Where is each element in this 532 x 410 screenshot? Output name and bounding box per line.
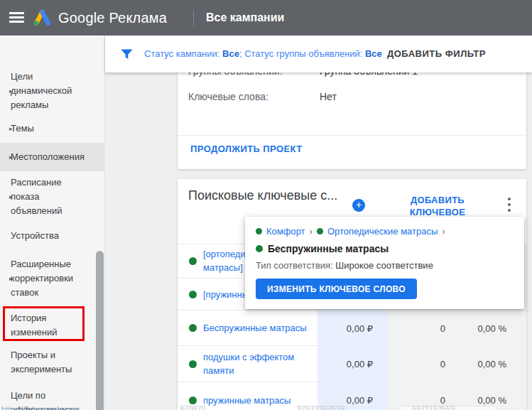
- sidebar-item-label: Устройства: [11, 229, 87, 243]
- cost-cell: 0,00 ₽: [317, 311, 388, 346]
- table-row: подушки с эффектом памяти 0,00 ₽ 0 0,00 …: [178, 346, 526, 382]
- status-enabled-dot-icon: [189, 291, 197, 298]
- google-ads-window: ▸ Цели динамической рекламы ▸ Темы ▸ Мес…: [0, 0, 532, 410]
- sidebar-item-dynamic-ad-targets[interactable]: ▸ Цели динамической рекламы: [0, 70, 105, 112]
- browser-status-url-fragment: https://ads.google.com: [1, 405, 80, 410]
- sidebar-item-topics[interactable]: ▸ Темы: [0, 122, 105, 136]
- keyword-link[interactable]: Беспружинные матрасы: [203, 321, 311, 335]
- status-enabled-dot-icon: [317, 228, 323, 234]
- sidebar-item-label: История изменений: [11, 311, 87, 340]
- left-navigation-sidebar: ▸ Цели динамической рекламы ▸ Темы ▸ Мес…: [0, 36, 105, 410]
- card-divider: [178, 135, 526, 136]
- match-type-value: Широкое соответствие: [335, 260, 433, 271]
- match-type-label: Тип соответствия:: [256, 260, 333, 271]
- sidebar-item-advanced-bid-adjustments[interactable]: ▸ Расширенные корректировки ставок: [0, 257, 105, 300]
- status-enabled-dot-icon: [189, 360, 197, 368]
- menu-hamburger-icon[interactable]: [9, 12, 24, 23]
- breadcrumb-separator: ›: [310, 226, 313, 237]
- keyword-link[interactable]: пружинные матрасы: [203, 394, 311, 407]
- sidebar-item-locations[interactable]: ▸ Местоположения: [0, 143, 105, 171]
- continue-draft-button[interactable]: ПРОДОЛЖИТЬ ПРОЕКТ: [190, 144, 303, 154]
- page-title: Все кампании: [206, 0, 284, 36]
- sidebar-item-label: Расширенные корректировки ставок: [11, 257, 87, 300]
- sidebar-scrollbar-thumb[interactable]: [96, 251, 104, 410]
- filter-part2: ; Статус группы объявлений:: [239, 48, 365, 59]
- ctr-cell: 0,00 %: [445, 311, 506, 346]
- status-enabled-dot-icon: [256, 228, 262, 234]
- sidebar-item-ad-schedule[interactable]: ▸ Расписание показа объявлений: [0, 176, 105, 218]
- sidebar-item-label: Местоположения: [11, 150, 87, 164]
- keywords-label: Ключевые слова:: [188, 91, 268, 102]
- sidebar-item-drafts-and-experiments[interactable]: ▸ Проекты и эксперименты: [0, 348, 105, 377]
- filter-part1: Статус кампании:: [144, 48, 222, 59]
- sidebar-item-label: Темы: [11, 122, 87, 136]
- campaign-link[interactable]: Комфорт: [266, 226, 305, 237]
- card-title: Поисковые ключевые с...: [188, 188, 337, 203]
- sidebar-item-label: Проекты и эксперименты: [11, 348, 87, 377]
- chevron-right-icon: ▸: [0, 87, 10, 95]
- keyword-cell: Беспружинные матрасы: [178, 311, 317, 346]
- status-enabled-dot-icon: [256, 245, 263, 252]
- clipped-id-fragment: 870870: [180, 404, 206, 410]
- top-app-bar: Google Реклама Все кампании: [0, 0, 532, 36]
- app-name: Google Реклама: [58, 0, 167, 36]
- match-type-line: Тип соответствия: Широкое соответствие: [256, 260, 433, 271]
- sidebar-item-label: Цели динамической рекламы: [11, 70, 87, 112]
- more-options-icon[interactable]: [503, 198, 516, 212]
- clipped-id-fragment: 97632363539: [297, 404, 344, 410]
- status-enabled-dot-icon: [189, 324, 197, 332]
- keyword-name-line: Беспружинные матрасы: [256, 243, 389, 254]
- filter-value2: Все: [365, 48, 382, 59]
- sidebar-item-change-history[interactable]: ▸ История изменений: [0, 311, 105, 340]
- filter-funnel-icon: [121, 49, 133, 60]
- filter-bar: Статус кампании: Все; Статус группы объя…: [105, 36, 532, 72]
- breadcrumb-separator: ›: [442, 226, 445, 237]
- chevron-right-icon: ▸: [0, 275, 10, 282]
- header-divider: [193, 10, 194, 26]
- keyword-cell: подушки с эффектом памяти: [178, 346, 317, 382]
- sidebar-item-label: Расписание показа объявлений: [11, 176, 87, 218]
- chevron-right-icon: ▸: [0, 193, 10, 200]
- keyword-name: Беспружинные матрасы: [268, 243, 389, 254]
- breadcrumb: Комфорт › Ортопедические матрасы ›: [256, 226, 450, 237]
- ctr-cell: 0,00 %: [445, 346, 506, 382]
- cost-cell: 0,00 ₽: [317, 346, 388, 382]
- chevron-right-icon: ▸: [0, 125, 10, 132]
- draft-summary-card: Группы объявлений: Группа объявлений 1 К…: [178, 61, 526, 169]
- clipped-id-fragment: 6971163559: [412, 404, 455, 410]
- clicks-cell: 0: [388, 346, 445, 382]
- table-row: Беспружинные матрасы 0,00 ₽ 0 0,00 %: [178, 311, 526, 346]
- active-filters-chip[interactable]: Статус кампании: Все; Статус группы объя…: [144, 36, 382, 72]
- sidebar-item-devices[interactable]: ▸ Устройства: [0, 229, 105, 243]
- add-keyword-plus-button[interactable]: +: [352, 199, 365, 212]
- add-filter-button[interactable]: ДОБАВИТЬ ФИЛЬТР: [387, 36, 486, 72]
- keyword-details-popover: Комфорт › Ортопедические матрасы › Беспр…: [245, 217, 524, 309]
- filter-value1: Все: [222, 48, 239, 59]
- status-enabled-dot-icon: [189, 257, 197, 265]
- ad-group-link[interactable]: Ортопедические матрасы: [327, 226, 438, 237]
- keywords-value: Нет: [320, 91, 337, 102]
- keyword-link[interactable]: подушки с эффектом памяти: [203, 350, 311, 377]
- status-enabled-dot-icon: [189, 396, 197, 404]
- edit-keyword-button[interactable]: ИЗМЕНИТЬ КЛЮЧЕВОЕ СЛОВО: [256, 279, 417, 299]
- add-keyword-line1: ДОБАВИТЬ КЛЮЧЕВОЕ: [386, 194, 489, 218]
- chevron-right-icon: ▸: [0, 153, 10, 161]
- clicks-cell: 0: [388, 311, 445, 346]
- google-ads-logo-icon: [33, 9, 52, 26]
